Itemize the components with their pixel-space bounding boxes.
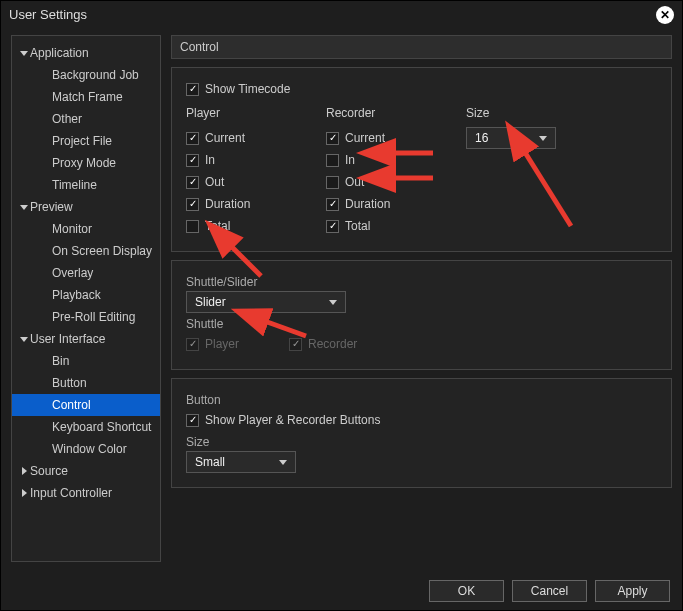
player-in-checkbox[interactable]: [186, 154, 199, 167]
triangle-right-icon: [20, 489, 30, 497]
show-timecode-label: Show Timecode: [205, 82, 290, 96]
player-in-label: In: [205, 153, 215, 167]
player-total-label: Total: [205, 219, 230, 233]
player-row-current: Current: [186, 127, 326, 149]
button-size-value: Small: [195, 455, 225, 469]
sidebar-item-proxy-mode[interactable]: Proxy Mode: [12, 152, 160, 174]
show-buttons-label: Show Player & Recorder Buttons: [205, 413, 380, 427]
sidebar-group-application[interactable]: Application: [12, 42, 160, 64]
recorder-head: Recorder: [326, 106, 466, 120]
sidebar[interactable]: ApplicationBackground JobMatch FrameOthe…: [11, 35, 161, 562]
shuttle-panel: Shuttle/Slider Slider Shuttle Player Rec…: [171, 260, 672, 370]
chevron-down-icon: [279, 460, 287, 465]
size-select[interactable]: 16: [466, 127, 556, 149]
show-buttons-checkbox[interactable]: [186, 414, 199, 427]
recorder-row-current: Current: [326, 127, 466, 149]
triangle-right-icon: [20, 467, 30, 475]
sidebar-item-control[interactable]: Control: [12, 394, 160, 416]
size-column: Size 16: [466, 106, 606, 237]
shuttle-select[interactable]: Slider: [186, 291, 346, 313]
chevron-down-icon: [329, 300, 337, 305]
shuttle-recorder-checkbox: [289, 338, 302, 351]
sidebar-item-bin[interactable]: Bin: [12, 350, 160, 372]
player-duration-label: Duration: [205, 197, 250, 211]
sidebar-item-playback[interactable]: Playback: [12, 284, 160, 306]
player-out-label: Out: [205, 175, 224, 189]
recorder-in-checkbox[interactable]: [326, 154, 339, 167]
main-pane: Control Show Timecode Player CurrentInOu…: [171, 35, 672, 562]
button-panel: Button Show Player & Recorder Buttons Si…: [171, 378, 672, 488]
sidebar-item-overlay[interactable]: Overlay: [12, 262, 160, 284]
timecode-panel: Show Timecode Player CurrentInOutDuratio…: [171, 67, 672, 252]
player-duration-checkbox[interactable]: [186, 198, 199, 211]
shuttle-player-label: Player: [205, 337, 239, 351]
recorder-in-label: In: [345, 153, 355, 167]
size-value: 16: [475, 131, 488, 145]
sidebar-group-input-controller[interactable]: Input Controller: [12, 482, 160, 504]
show-timecode-checkbox[interactable]: [186, 83, 199, 96]
recorder-total-checkbox[interactable]: [326, 220, 339, 233]
shuttle-sub-head: Shuttle: [186, 317, 657, 331]
player-current-checkbox[interactable]: [186, 132, 199, 145]
sidebar-item-timeline[interactable]: Timeline: [12, 174, 160, 196]
sidebar-item-match-frame[interactable]: Match Frame: [12, 86, 160, 108]
triangle-down-icon: [20, 203, 30, 211]
shuttle-value: Slider: [195, 295, 226, 309]
recorder-duration-checkbox[interactable]: [326, 198, 339, 211]
section-title: Control: [171, 35, 672, 59]
recorder-total-label: Total: [345, 219, 370, 233]
player-row-out: Out: [186, 171, 326, 193]
recorder-duration-label: Duration: [345, 197, 390, 211]
player-out-checkbox[interactable]: [186, 176, 199, 189]
window-title: User Settings: [9, 1, 87, 29]
player-row-total: Total: [186, 215, 326, 237]
player-column: Player CurrentInOutDurationTotal: [186, 106, 326, 237]
sidebar-group-label: Preview: [30, 200, 73, 214]
button-head: Button: [186, 393, 657, 407]
sidebar-item-keyboard-shortcut[interactable]: Keyboard Shortcut: [12, 416, 160, 438]
recorder-out-checkbox[interactable]: [326, 176, 339, 189]
sidebar-item-window-color[interactable]: Window Color: [12, 438, 160, 460]
cancel-button[interactable]: Cancel: [512, 580, 587, 602]
recorder-row-total: Total: [326, 215, 466, 237]
shuttle-head: Shuttle/Slider: [186, 275, 657, 289]
sidebar-item-button[interactable]: Button: [12, 372, 160, 394]
recorder-column: Recorder CurrentInOutDurationTotal: [326, 106, 466, 237]
recorder-row-in: In: [326, 149, 466, 171]
titlebar: User Settings ✕: [1, 1, 682, 29]
shuttle-recorder-label: Recorder: [308, 337, 357, 351]
sidebar-item-other[interactable]: Other: [12, 108, 160, 130]
player-current-label: Current: [205, 131, 245, 145]
recorder-row-duration: Duration: [326, 193, 466, 215]
window-body: ApplicationBackground JobMatch FrameOthe…: [1, 29, 682, 568]
apply-button[interactable]: Apply: [595, 580, 670, 602]
sidebar-group-source[interactable]: Source: [12, 460, 160, 482]
button-size-select[interactable]: Small: [186, 451, 296, 473]
ok-button[interactable]: OK: [429, 580, 504, 602]
sidebar-group-label: User Interface: [30, 332, 105, 346]
chevron-down-icon: [539, 136, 547, 141]
player-row-duration: Duration: [186, 193, 326, 215]
player-head: Player: [186, 106, 326, 120]
sidebar-group-label: Source: [30, 464, 68, 478]
sidebar-group-label: Input Controller: [30, 486, 112, 500]
recorder-current-label: Current: [345, 131, 385, 145]
sidebar-group-preview[interactable]: Preview: [12, 196, 160, 218]
sidebar-group-label: Application: [30, 46, 89, 60]
player-total-checkbox[interactable]: [186, 220, 199, 233]
recorder-row-out: Out: [326, 171, 466, 193]
sidebar-group-user-interface[interactable]: User Interface: [12, 328, 160, 350]
shuttle-player-checkbox: [186, 338, 199, 351]
recorder-current-checkbox[interactable]: [326, 132, 339, 145]
button-size-label: Size: [186, 435, 657, 449]
sidebar-item-background-job[interactable]: Background Job: [12, 64, 160, 86]
sidebar-item-project-file[interactable]: Project File: [12, 130, 160, 152]
close-icon[interactable]: ✕: [656, 6, 674, 24]
settings-window: User Settings ✕ ApplicationBackground Jo…: [0, 0, 683, 611]
sidebar-item-pre-roll-editing[interactable]: Pre-Roll Editing: [12, 306, 160, 328]
triangle-down-icon: [20, 49, 30, 57]
sidebar-item-monitor[interactable]: Monitor: [12, 218, 160, 240]
sidebar-item-on-screen-display[interactable]: On Screen Display: [12, 240, 160, 262]
triangle-down-icon: [20, 335, 30, 343]
footer: OK Cancel Apply: [429, 580, 670, 602]
